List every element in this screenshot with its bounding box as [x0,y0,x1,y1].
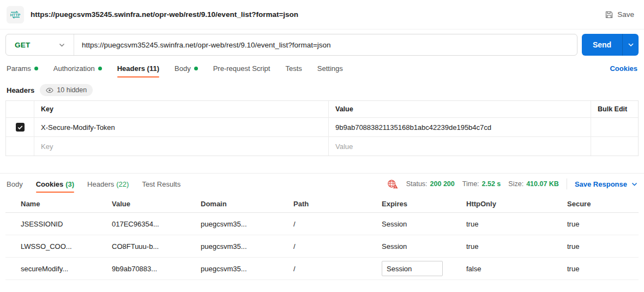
tabs-right: Cookies [610,63,637,73]
chevron-down-icon [59,43,65,47]
headers-table-header: Key Value Bulk Edit [6,101,638,117]
col-httponly: HttpOnly [466,200,567,208]
cookie-value: 017EC96354... [112,220,201,228]
cookie-value: CO8FTuuu-b... [112,242,201,251]
col-secure: Secure [567,200,639,208]
status-label: Status: [406,180,428,188]
tab-body[interactable]: Body [174,56,198,81]
response-tabs: Body Cookies (3) Headers (22) Test Resul… [7,174,637,194]
table-row: secureModify... 9b9ab70883... puegcsvm35… [5,258,639,280]
method-selector[interactable]: GET [6,34,74,55]
cookie-name: LWSSO_COO... [21,242,112,251]
new-value-cell [329,137,591,156]
tab-label: Headers (11) [117,64,159,73]
cookies-link[interactable]: Cookies [610,64,637,73]
cookies-table-header: Name Value Domain Path Expires HttpOnly … [5,195,639,213]
bulk-edit-cell: Bulk Edit [591,101,638,117]
tab-label: Tests [285,64,302,73]
time-stat: Time: 2.52 s [462,180,501,188]
save-label: Save [617,10,634,19]
tab-tests[interactable]: Tests [285,56,302,81]
cookie-domain: puegcsvm35... [201,265,293,273]
header-enabled-checkbox[interactable] [16,123,25,132]
response-tab-headers[interactable]: Headers (22) [87,174,129,194]
cookie-httponly: true [466,220,567,228]
tab-label: Body [174,64,191,73]
tab-label: Body [7,180,23,188]
cookie-expires-editor [382,261,466,276]
divider [567,178,567,189]
response-tab-test-results[interactable]: Test Results [142,174,180,194]
col-value: Value [112,200,201,208]
tab-params[interactable]: Params [7,56,38,81]
key-column-header: Key [34,101,329,117]
col-name: Name [21,200,112,208]
send-options-button[interactable] [622,34,639,56]
send-button[interactable]: Send [582,34,622,56]
svg-text:!: ! [395,185,396,188]
cookie-httponly: true [466,242,567,251]
svg-text:HTTP: HTTP [10,12,21,17]
save-response-label: Save Response [575,180,627,188]
cookie-secure: true [567,242,639,251]
tab-label: Settings [317,64,343,73]
new-key-cell [34,137,329,156]
modified-dot [98,67,102,70]
http-glyph: HTTP [9,9,21,21]
cookie-path: / [293,265,382,273]
headers-meta-row: Headers 10 hidden [7,84,637,96]
hidden-headers-toggle[interactable]: 10 hidden [40,84,93,96]
table-row: JSESSIONID 017EC96354... puegcsvm35... /… [5,213,639,235]
bulk-edit-button[interactable]: Bulk Edit [598,105,627,113]
header-value-cell[interactable]: 9b9ab70883821135168b1abc42239de195b4c7cd [329,118,591,136]
save-response-button[interactable]: Save Response [575,180,637,188]
cookie-domain: puegcsvm35... [201,220,293,228]
checkbox-cell [6,118,34,136]
tab-pre-request-script[interactable]: Pre-request Script [213,56,270,81]
size-label: Size: [508,180,523,188]
tab-authorization[interactable]: Authorization [53,56,102,81]
col-path: Path [293,200,382,208]
save-button[interactable]: Save [605,10,634,19]
headers-section-title: Headers [7,86,34,94]
cookie-expires-input[interactable] [382,261,443,276]
tab-headers[interactable]: Headers (11) [117,56,159,81]
value-column-header: Value [329,101,591,117]
cookie-path: / [293,220,382,228]
response-tab-body[interactable]: Body [7,174,23,194]
cookie-expires: Session [382,242,466,251]
cookie-value: 9b9ab70883... [112,265,201,273]
eye-icon [46,87,53,93]
request-topbar: HTTP https://puegcsvm35245.swinfra.net/o… [0,0,644,29]
ssl-warning-icon[interactable]: ! [387,179,399,189]
col-expires: Expires [382,200,466,208]
cookie-expires: Session [382,220,466,228]
hidden-headers-label: 10 hidden [57,86,87,94]
header-key-cell[interactable]: X-Secure-Modify-Token [34,118,329,136]
cookie-name: secureModify... [21,265,112,273]
tab-settings[interactable]: Settings [317,56,343,81]
select-column-header [6,101,34,117]
response-tab-cookies[interactable]: Cookies (3) [36,174,74,194]
new-key-input[interactable] [41,142,322,151]
table-row-empty [6,136,638,156]
cookie-secure: true [567,265,639,273]
status-value: 200 200 [430,180,455,188]
cookie-httponly: false [466,265,567,273]
tab-label: Params [7,64,31,73]
tab-count: (22) [116,180,129,188]
url-input[interactable] [74,34,577,55]
headers-table: Key Value Bulk Edit X-Secure-Modify-Toke… [5,100,639,156]
chevron-down-icon [631,182,637,186]
tab-label: Cookies [36,180,64,188]
cookie-secure: true [567,220,639,228]
cookie-name: JSESSIONID [21,220,112,228]
cookies-table: Name Value Domain Path Expires HttpOnly … [5,195,639,280]
checkbox-cell [6,137,34,156]
new-value-input[interactable] [335,142,584,151]
table-row: X-Secure-Modify-Token 9b9ab7088382113516… [6,117,638,136]
tab-count: (3) [65,180,74,188]
tab-label: Test Results [142,180,180,188]
modified-dot [194,67,198,70]
size-value: 410.07 KB [526,180,559,188]
